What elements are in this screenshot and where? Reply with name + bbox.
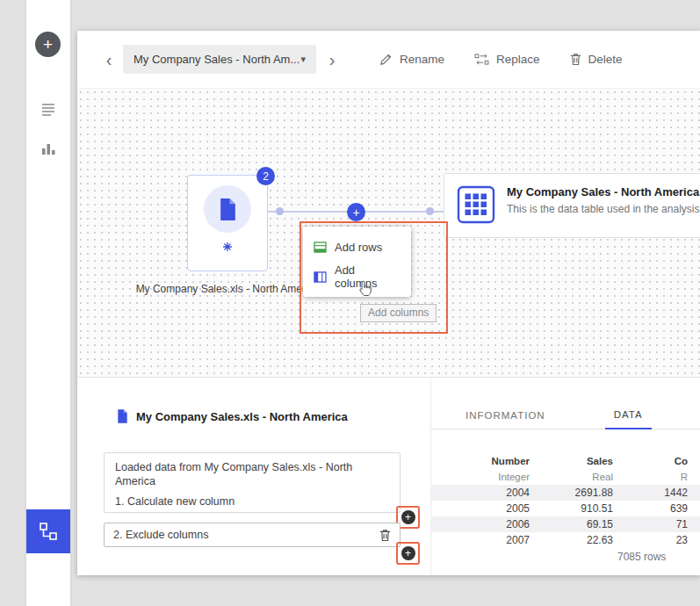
plus-icon: + bbox=[43, 35, 53, 54]
plus-icon: + bbox=[352, 206, 359, 220]
sidebar: + bbox=[26, 0, 70, 606]
table-card-description: This is the data table used in the analy… bbox=[507, 202, 700, 216]
loaded-data-text: Loaded data from My Company Sales.xls - … bbox=[115, 460, 389, 489]
column-type: Real bbox=[531, 469, 617, 485]
details-tabs: INFORMATION DATA bbox=[430, 378, 700, 429]
source-node-label: My Company Sales.xls - North America bbox=[126, 283, 328, 295]
data-table-card[interactable]: My Company Sales - North America This is… bbox=[444, 173, 700, 238]
cell: 639 bbox=[617, 501, 700, 516]
column-type: Integer bbox=[430, 469, 531, 485]
add-rows-icon bbox=[314, 242, 327, 253]
add-button[interactable]: + bbox=[35, 32, 61, 57]
cell: 2691.88 bbox=[531, 485, 617, 501]
tab-information[interactable]: INFORMATION bbox=[457, 410, 554, 429]
source-node-avatar bbox=[204, 185, 251, 233]
data-canvas-panel: ‹ My Company Sales - North Am... ▾ › Ren… bbox=[77, 31, 700, 575]
menu-item-add-columns[interactable]: Add columns bbox=[303, 262, 411, 292]
column-name: Sales bbox=[531, 453, 617, 469]
table-row: 2006 69.15 71 bbox=[430, 516, 700, 532]
table-row: 2007 22.63 23 bbox=[430, 532, 700, 546]
table-icon bbox=[457, 185, 495, 224]
sparkle-icon bbox=[222, 240, 233, 256]
menu-item-add-rows[interactable]: Add rows bbox=[303, 232, 411, 262]
plus-icon: + bbox=[405, 512, 411, 523]
cell: 2005 bbox=[430, 501, 531, 516]
toolbar-actions: Rename Replace Delete bbox=[379, 53, 623, 66]
tooltip: Add columns bbox=[360, 304, 437, 322]
column-name: Number bbox=[430, 453, 531, 469]
visualizations-button[interactable] bbox=[40, 141, 56, 156]
canvas-toolbar: ‹ My Company Sales - North Am... ▾ › Ren… bbox=[77, 31, 700, 88]
delete-button[interactable]: Delete bbox=[570, 53, 623, 66]
cell: 23 bbox=[617, 532, 700, 546]
pencil-icon bbox=[379, 53, 393, 66]
cell: 22.63 bbox=[531, 532, 617, 546]
step-2-label: 2. Exclude columns bbox=[113, 529, 208, 541]
cell: 69.15 bbox=[531, 516, 617, 532]
trash-icon bbox=[379, 529, 391, 542]
trash-icon bbox=[570, 53, 581, 66]
cell: 2006 bbox=[430, 516, 531, 532]
step-count-badge: 2 bbox=[256, 167, 275, 185]
replace-button[interactable]: Replace bbox=[474, 53, 540, 66]
table-card-title: My Company Sales - North America bbox=[507, 185, 700, 198]
table-header-names: Number Sales Co bbox=[430, 453, 700, 469]
data-list-button[interactable] bbox=[40, 101, 56, 117]
dataset-dropdown[interactable]: My Company Sales - North Am... ▾ bbox=[123, 45, 316, 74]
rename-button[interactable]: Rename bbox=[379, 53, 444, 66]
table-card-text: My Company Sales - North America This is… bbox=[507, 185, 700, 226]
add-step-button-1[interactable]: + bbox=[401, 510, 415, 524]
menu-item-label: Add rows bbox=[335, 241, 382, 254]
add-columns-icon bbox=[314, 271, 327, 283]
file-icon bbox=[117, 409, 128, 423]
flow-icon bbox=[39, 522, 58, 541]
cell: 2007 bbox=[430, 532, 531, 546]
file-icon bbox=[219, 198, 237, 220]
plus-icon: + bbox=[405, 548, 411, 559]
rename-label: Rename bbox=[400, 53, 444, 66]
next-dataset-button[interactable]: › bbox=[325, 51, 339, 69]
prev-dataset-button[interactable]: ‹ bbox=[102, 51, 116, 69]
data-canvas-button[interactable] bbox=[26, 509, 70, 553]
dataset-dropdown-value: My Company Sales - North Am... bbox=[134, 53, 299, 66]
step-2-row[interactable]: 2. Exclude columns bbox=[104, 523, 401, 547]
cell: 71 bbox=[617, 516, 700, 532]
add-step-button-2[interactable]: + bbox=[401, 546, 415, 560]
data-canvas: + 2 My Company Sales.xls - North America bbox=[77, 88, 700, 378]
hand-cursor-icon bbox=[358, 280, 372, 300]
source-title: My Company Sales.xls - North America bbox=[136, 410, 348, 423]
add-transformation-button[interactable]: + bbox=[347, 203, 365, 221]
details-panel: My Company Sales.xls - North America Loa… bbox=[77, 378, 700, 575]
replace-label: Replace bbox=[496, 53, 540, 66]
source-header: My Company Sales.xls - North America bbox=[117, 409, 348, 423]
add-step-highlight-2: + bbox=[396, 542, 420, 565]
add-transformation-menu: Add rows Add columns bbox=[303, 227, 411, 297]
row-count: 7085 rows bbox=[617, 551, 666, 563]
chevron-down-icon: ▾ bbox=[300, 54, 306, 65]
cell: 1442 bbox=[617, 485, 700, 501]
bar-chart-icon bbox=[40, 141, 56, 156]
column-type: R bbox=[617, 469, 700, 485]
delete-label: Delete bbox=[588, 53, 623, 66]
connector-port-right bbox=[426, 207, 434, 215]
tab-data[interactable]: DATA bbox=[605, 409, 652, 429]
table-row: 2004 2691.88 1442 bbox=[430, 485, 700, 501]
column-name: Co bbox=[617, 453, 700, 469]
cell: 910.51 bbox=[531, 501, 617, 516]
step-1: 1. Calculate new column bbox=[115, 494, 389, 509]
delete-step-button[interactable] bbox=[379, 529, 391, 542]
list-icon bbox=[40, 101, 56, 117]
connector-port-left bbox=[276, 207, 284, 215]
data-preview-table: Number Sales Co Integer Real R 2004 2691… bbox=[430, 453, 700, 546]
table-row: 2005 910.51 639 bbox=[430, 501, 700, 516]
history-box[interactable]: Loaded data from My Company Sales.xls - … bbox=[104, 452, 401, 513]
cell: 2004 bbox=[430, 485, 531, 501]
replace-icon bbox=[474, 54, 489, 65]
source-file-node[interactable] bbox=[187, 175, 268, 271]
table-header-types: Integer Real R bbox=[430, 469, 700, 485]
